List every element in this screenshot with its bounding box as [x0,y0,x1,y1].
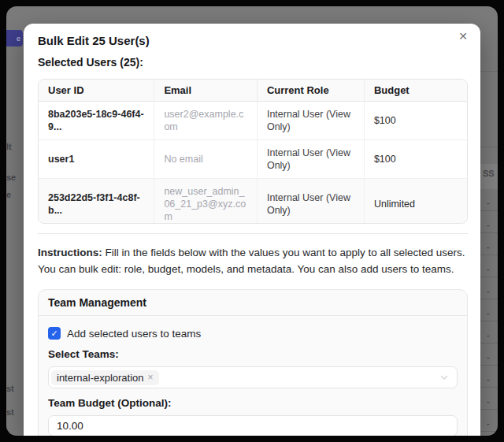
background-text-fragment: st [6,407,14,417]
background-dash-fragment: - [487,331,490,339]
background-column-header-fragment: SS [483,169,495,178]
background-text-fragment: lt [6,142,12,151]
team-tag[interactable]: internal-exploration × [51,370,159,385]
user-id-cell: user1 [39,140,154,179]
current-role-cell: Internal User (View Only) [257,140,364,179]
teams-multiselect[interactable]: internal-exploration × [48,366,458,388]
close-icon[interactable]: ✕ [455,28,471,44]
background-dash-fragment: - [487,397,490,405]
background-dash-fragment: - [487,419,490,427]
team-management-card: Team Management ✓ Add selected users to … [38,289,468,436]
background-dash-fragment: - [487,375,490,383]
background-dash-fragment: - [487,353,490,361]
background-text-fragment: e [6,190,11,199]
team-tag-label: internal-exploration [57,372,144,384]
add-users-checkbox[interactable]: ✓ [48,327,61,340]
section-divider [38,233,468,234]
background-text-fragment: se [6,173,16,182]
instructions-text: Instructions: Fill in the fields below w… [38,244,468,277]
team-budget-input[interactable] [48,415,458,436]
background-dash-fragment: - [487,221,490,228]
budget-cell: $100 [364,140,467,179]
selected-users-table[interactable]: User ID Email Current Role Budget 8ba203… [38,79,468,224]
current-role-cell: Internal User (View Only) [257,179,364,225]
background-table-edge: SS ----------- [479,6,498,436]
modal-title: Bulk Edit 25 User(s) [38,33,468,49]
table-row[interactable]: 8ba203e5-18c9-46f4-9... user2@example.co… [39,102,467,140]
selected-users-table-body: 8ba203e5-18c9-46f4-9... user2@example.co… [39,102,467,225]
table-row[interactable]: user1 No email Internal User (View Only)… [39,140,467,179]
column-header-email: Email [154,80,258,102]
column-header-current-role: Current Role [257,80,364,102]
background-dash-fragment: - [487,287,490,295]
background-button-fragment: e [6,30,23,46]
current-role-cell: Internal User (View Only) [257,102,364,140]
column-header-user-id: User ID [39,80,154,102]
background-dash-fragment: - [487,243,490,251]
background-dash-fragment: - [487,309,490,317]
table-header-row: User ID Email Current Role Budget [39,80,467,102]
background-dash-fragment: - [487,265,490,273]
add-users-checkbox-label[interactable]: Add selected users to teams [67,328,201,340]
team-budget-label: Team Budget (Optional): [48,397,458,410]
chevron-down-icon[interactable] [439,373,449,382]
instructions-label: Instructions: [38,247,102,258]
budget-cell: $100 [364,102,467,140]
team-management-title: Team Management [39,290,467,316]
dimmed-page-background: e lt se e st st SS ----------- Bulk Edit… [6,6,498,436]
email-cell: No email [154,140,258,179]
column-header-budget: Budget [364,80,467,102]
budget-cell: Unlimited [364,179,467,225]
selected-users-label: Selected Users (25): [38,55,468,69]
select-teams-label: Select Teams: [48,348,458,361]
tag-remove-icon[interactable]: × [148,372,154,384]
user-id-cell: 8ba203e5-18c9-46f4-9... [39,102,154,140]
table-row[interactable]: 253d22d5-f3f1-4c8f-b... new_user_admin_0… [39,179,467,225]
user-id-cell: 253d22d5-f3f1-4c8f-b... [39,179,154,225]
background-dash-fragment: - [487,199,490,206]
bulk-edit-modal: Bulk Edit 25 User(s) ✕ Selected Users (2… [24,24,480,436]
email-cell: user2@example.com [154,102,258,140]
background-text-fragment: st [6,384,14,393]
email-cell: new_user_admin_06_21_p3@xyz.com [154,179,258,225]
